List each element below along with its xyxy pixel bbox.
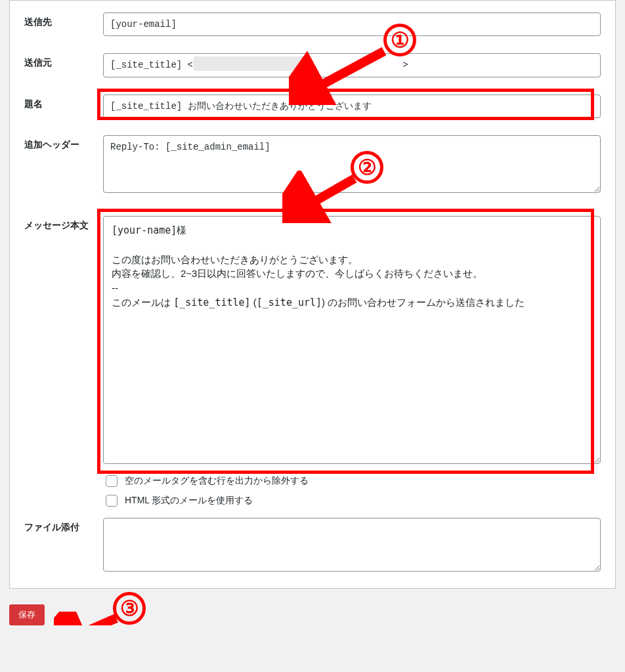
row-file-attachment: ファイル添付	[24, 518, 601, 574]
row-message-body: メッセージ本文 [your-name]様この度はお問い合わせいただきありがとうご…	[24, 216, 601, 509]
label-subject: 題名	[24, 94, 103, 110]
save-button[interactable]: 保存	[9, 604, 45, 625]
mail-settings-panel: 送信先 送信元 題名 追加ヘッダー Reply-To: [_site	[9, 0, 616, 589]
from-input[interactable]	[103, 53, 601, 77]
use-html-label[interactable]: HTML 形式のメールを使用する	[125, 495, 253, 507]
row-from: 送信元	[24, 53, 601, 77]
label-from: 送信元	[24, 53, 103, 69]
to-input[interactable]	[103, 12, 601, 36]
label-additional-headers: 追加ヘッダー	[24, 135, 103, 151]
use-html-checkbox[interactable]	[106, 495, 118, 507]
label-to: 送信先	[24, 12, 103, 28]
svg-line-5	[68, 618, 116, 625]
callout-3: ③	[113, 592, 146, 625]
additional-headers-textarea[interactable]: Reply-To: [_site_admin_email]	[103, 135, 601, 193]
message-body-textarea[interactable]: [your-name]様この度はお問い合わせいただきありがとうございます。内容を…	[103, 216, 601, 464]
arrow-3	[54, 612, 126, 625]
row-additional-headers: 追加ヘッダー Reply-To: [_site_admin_email]	[24, 135, 601, 195]
exclude-empty-label[interactable]: 空のメールタグを含む行を出力から除外する	[125, 475, 309, 487]
row-subject: 題名	[24, 94, 601, 118]
subject-input[interactable]	[103, 94, 601, 118]
label-file-attachment: ファイル添付	[24, 518, 103, 534]
row-to: 送信先	[24, 12, 601, 36]
exclude-empty-checkbox[interactable]	[106, 475, 118, 487]
file-attachment-textarea[interactable]	[103, 518, 601, 572]
label-message-body: メッセージ本文	[24, 216, 103, 232]
